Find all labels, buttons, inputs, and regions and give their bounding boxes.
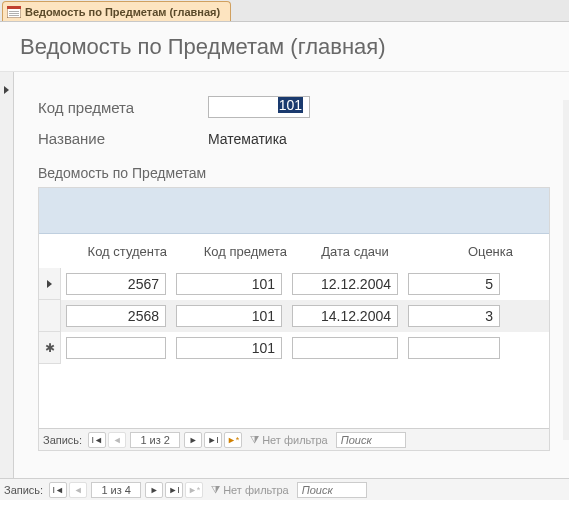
funnel-icon: ⧩: [250, 433, 259, 446]
cell-subject[interactable]: 101: [176, 305, 282, 327]
nav-prev-button[interactable]: ◄: [69, 482, 87, 498]
svg-rect-3: [9, 13, 19, 14]
nav-counter[interactable]: 1 из 4: [91, 482, 141, 498]
table-row: 2568 101 14.12.2004 3: [39, 300, 549, 332]
cell-date[interactable]: 14.12.2004: [292, 305, 398, 327]
scrollbar-vertical[interactable]: [563, 100, 569, 440]
subform: Код студента Код предмета Дата сдачи Оце…: [38, 187, 550, 451]
filter-indicator[interactable]: ⧩ Нет фильтра: [250, 433, 328, 446]
filter-text: Нет фильтра: [223, 484, 289, 496]
table-row: 2567 101 12.12.2004 5: [39, 268, 549, 300]
tab-title: Ведомость по Предметам (главная): [25, 6, 220, 18]
funnel-icon: ⧩: [211, 483, 220, 496]
form-body: Код предмета 101 Название Математика Вед…: [14, 72, 569, 451]
nav-next-button[interactable]: ►: [145, 482, 163, 498]
main-nav: Запись: I◄ ◄ 1 из 4 ► ►I ►* ⧩ Нет фильтр…: [0, 478, 569, 500]
nav-prev-button[interactable]: ◄: [108, 432, 126, 448]
row-selector-new[interactable]: ✱: [39, 332, 61, 364]
form-header: Ведомость по Предметам (главная): [0, 22, 569, 72]
subform-rows: 2567 101 12.12.2004 5 2568 101 14.12.200…: [39, 268, 549, 364]
new-record-star-icon: ✱: [45, 341, 55, 355]
cell-student[interactable]: [66, 337, 166, 359]
cell-subject[interactable]: 101: [176, 337, 282, 359]
row-selector[interactable]: [39, 268, 61, 300]
tab-bar: Ведомость по Предметам (главная): [0, 0, 569, 22]
nav-new-button[interactable]: ►*: [224, 432, 242, 448]
cell-date[interactable]: [292, 337, 398, 359]
field-name-row: Название Математика: [38, 130, 563, 147]
subform-nav: Запись: I◄ ◄ 1 из 2 ► ►I ►* ⧩ Нет фильтр…: [39, 428, 549, 450]
filter-text: Нет фильтра: [262, 434, 328, 446]
svg-rect-2: [9, 11, 19, 12]
form-area: Ведомость по Предметам (главная) Код пре…: [0, 22, 569, 500]
col-header-grade[interactable]: Оценка: [415, 244, 521, 259]
cell-student[interactable]: 2567: [66, 273, 166, 295]
field-code-row: Код предмета 101: [38, 96, 563, 118]
cell-student[interactable]: 2568: [66, 305, 166, 327]
cell-grade[interactable]: [408, 337, 500, 359]
nav-next-button[interactable]: ►: [184, 432, 202, 448]
subform-column-headers: Код студента Код предмета Дата сдачи Оце…: [39, 234, 549, 268]
subform-blank-area: [39, 364, 549, 428]
nav-last-button[interactable]: ►I: [165, 482, 183, 498]
search-input[interactable]: [297, 482, 367, 498]
svg-rect-4: [9, 15, 19, 16]
record-selector-main[interactable]: [0, 72, 14, 500]
page-title: Ведомость по Предметам (главная): [20, 34, 386, 60]
nav-label: Запись:: [4, 484, 43, 496]
nav-counter[interactable]: 1 из 2: [130, 432, 180, 448]
nav-last-button[interactable]: ►I: [204, 432, 222, 448]
current-row-arrow-icon: [47, 280, 52, 288]
filter-indicator[interactable]: ⧩ Нет фильтра: [211, 483, 289, 496]
subject-name-field[interactable]: Математика: [208, 131, 508, 147]
row-selector[interactable]: [39, 300, 61, 332]
nav-first-button[interactable]: I◄: [88, 432, 106, 448]
current-record-arrow-icon: [4, 86, 9, 94]
cell-grade[interactable]: 3: [408, 305, 500, 327]
nav-label: Запись:: [43, 434, 82, 446]
form-icon: [7, 6, 21, 18]
nav-new-button[interactable]: ►*: [185, 482, 203, 498]
cell-grade[interactable]: 5: [408, 273, 500, 295]
cell-date[interactable]: 12.12.2004: [292, 273, 398, 295]
subform-header-band: [39, 188, 549, 234]
col-header-date[interactable]: Дата сдачи: [295, 244, 415, 259]
col-header-student[interactable]: Код студента: [61, 244, 175, 259]
field-label-code: Код предмета: [38, 99, 208, 116]
form-tab[interactable]: Ведомость по Предметам (главная): [2, 1, 231, 21]
search-input[interactable]: [336, 432, 406, 448]
subform-label: Ведомость по Предметам: [38, 165, 563, 181]
col-header-subject[interactable]: Код предмета: [175, 244, 295, 259]
new-record-row: ✱ 101: [39, 332, 549, 364]
svg-rect-1: [7, 6, 21, 9]
field-label-name: Название: [38, 130, 208, 147]
cell-subject[interactable]: 101: [176, 273, 282, 295]
subject-code-field[interactable]: 101: [208, 96, 310, 118]
nav-first-button[interactable]: I◄: [49, 482, 67, 498]
